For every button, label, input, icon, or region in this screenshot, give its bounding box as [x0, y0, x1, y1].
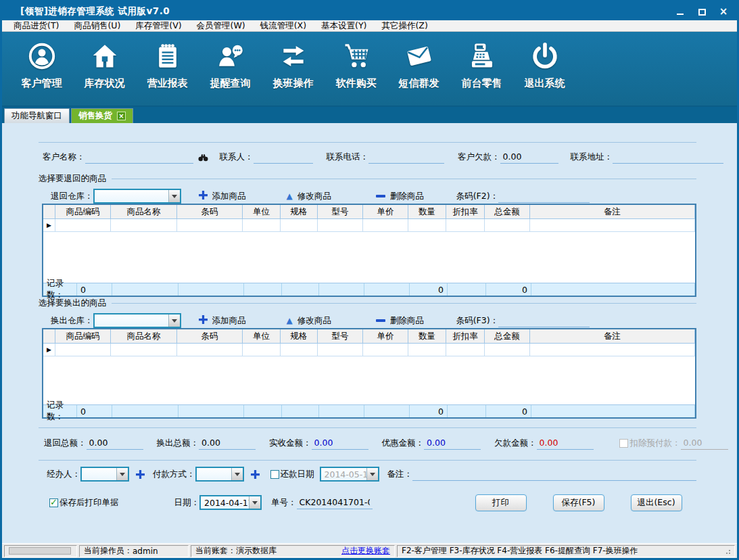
- exit-icon: [530, 41, 560, 73]
- return-add-product-button[interactable]: 添加商品: [199, 191, 246, 202]
- exchange-delete-product-button[interactable]: 删除商品: [376, 315, 424, 327]
- menu-item-inventory[interactable]: 库存管理(V): [128, 20, 189, 32]
- discount-amount-input[interactable]: [424, 437, 481, 450]
- col-product-name[interactable]: 商品名称: [111, 329, 177, 343]
- customer-debt-value: [500, 151, 558, 164]
- table-row[interactable]: ▶: [43, 344, 695, 356]
- menu-item-sales[interactable]: 商品销售(U): [66, 20, 128, 32]
- col-barcode[interactable]: 条码: [177, 205, 243, 218]
- col-discount-rate[interactable]: 折扣率: [446, 329, 485, 343]
- inventory-icon: [90, 41, 120, 73]
- toolbar-pos-retail[interactable]: 前台零售: [450, 32, 513, 106]
- col-unit[interactable]: 单位: [243, 329, 281, 343]
- exchange-modify-product-button[interactable]: ▲ 修改商品: [287, 315, 331, 327]
- customer-name-input[interactable]: [85, 151, 193, 164]
- menu-item-members[interactable]: 会员管理(W): [189, 20, 253, 32]
- toolbar-reminder-query[interactable]: 提醒查询: [199, 32, 262, 106]
- toolbar-sms-broadcast[interactable]: 短信群发: [387, 32, 450, 106]
- tab-sales-exchange[interactable]: 销售换货 ×: [71, 108, 133, 123]
- return-warehouse-select[interactable]: [93, 189, 181, 204]
- col-total-amount[interactable]: 总金额: [485, 205, 530, 218]
- order-no-value: [297, 496, 373, 509]
- add-pay-method-button[interactable]: [251, 470, 260, 479]
- col-model[interactable]: 型号: [318, 329, 363, 343]
- menu-item-purchase[interactable]: 商品进货(T): [6, 20, 66, 32]
- return-delete-product-button[interactable]: 删除商品: [376, 191, 424, 202]
- change-account-link[interactable]: 点击更换账套: [341, 545, 390, 557]
- toolbar-customer-management[interactable]: 客户管理: [10, 32, 73, 106]
- col-quantity[interactable]: 数量: [408, 205, 446, 218]
- col-unit-price[interactable]: 单价: [363, 205, 408, 218]
- contact-input[interactable]: [254, 151, 313, 164]
- chevron-down-icon[interactable]: [249, 496, 260, 509]
- col-unit-price[interactable]: 单价: [363, 329, 408, 343]
- menu-item-cashflow[interactable]: 钱流管理(X): [253, 20, 314, 32]
- chevron-down-icon[interactable]: [168, 190, 180, 202]
- chevron-down-icon[interactable]: [168, 314, 180, 327]
- exchange-add-product-button[interactable]: 添加商品: [199, 315, 246, 327]
- maximize-icon[interactable]: [696, 6, 707, 17]
- chevron-down-icon[interactable]: [116, 468, 128, 480]
- title-bar: [领智]进销存管理系统 试用版v7.0 ×: [2, 2, 737, 20]
- tab-close-icon[interactable]: ×: [117, 112, 126, 120]
- repay-date-select[interactable]: 2014-05-17: [320, 467, 379, 482]
- window-controls: ×: [675, 6, 737, 17]
- status-operator-panel: 当前操作员： admin: [79, 545, 189, 557]
- operator-select[interactable]: [80, 467, 129, 482]
- chevron-down-icon[interactable]: [366, 468, 378, 480]
- remark-input[interactable]: [412, 468, 696, 481]
- col-product-code[interactable]: 商品编码: [55, 205, 111, 218]
- save-button[interactable]: 保存(F5): [553, 494, 604, 511]
- repay-date-checkbox[interactable]: [270, 470, 279, 479]
- date-select[interactable]: 2014-04-17: [199, 495, 262, 510]
- col-unit[interactable]: 单位: [243, 205, 281, 218]
- discount-amount-label: 优惠金额：: [382, 438, 425, 449]
- return-total-label: 退回总额：: [44, 438, 87, 449]
- exchange-products-grid: 商品编码 商品名称 条码 单位 规格 型号 单价 数量 折扣率 总金额 备注 ▶: [42, 328, 696, 419]
- add-operator-button[interactable]: [136, 470, 145, 479]
- toolbar-software-purchase[interactable]: 软件购买: [325, 32, 387, 106]
- close-icon[interactable]: ×: [718, 6, 729, 17]
- binoculars-icon[interactable]: [197, 151, 209, 163]
- exit-button[interactable]: 退出(Esc): [631, 494, 682, 511]
- resize-grip[interactable]: [725, 549, 730, 554]
- col-quantity[interactable]: 数量: [408, 329, 446, 343]
- quantity-total: 0: [410, 405, 448, 417]
- table-row[interactable]: ▶: [43, 219, 695, 232]
- pay-method-select[interactable]: [195, 467, 244, 482]
- print-after-save-checkbox[interactable]: [49, 498, 58, 507]
- received-amount-input[interactable]: [312, 437, 368, 450]
- exchange-warehouse-select[interactable]: [93, 313, 181, 328]
- print-button[interactable]: 打印: [475, 494, 527, 511]
- minimize-icon[interactable]: [675, 6, 686, 17]
- col-product-code[interactable]: 商品编码: [55, 329, 111, 343]
- toolbar-business-report[interactable]: 营业报表: [136, 32, 199, 106]
- col-barcode[interactable]: 条码: [177, 329, 243, 343]
- exchange-barcode-input[interactable]: [498, 314, 590, 327]
- menu-item-other[interactable]: 其它操作(Z): [374, 20, 435, 32]
- chevron-down-icon[interactable]: [231, 468, 243, 480]
- col-model[interactable]: 型号: [318, 205, 363, 218]
- customer-row: 客户名称： 联系人： 联系电话： 客户欠款： 联系地址：: [39, 149, 696, 165]
- col-spec[interactable]: 规格: [281, 329, 318, 343]
- toolbar-exit-system[interactable]: 退出系统: [513, 32, 576, 106]
- col-total-amount[interactable]: 总金额: [485, 329, 530, 343]
- col-spec[interactable]: 规格: [281, 205, 318, 218]
- col-discount-rate[interactable]: 折扣率: [446, 205, 485, 218]
- toolbar-shift-operation[interactable]: 换班操作: [262, 32, 325, 106]
- menu-item-settings[interactable]: 基本设置(Y): [314, 20, 374, 32]
- toolbar-inventory-status[interactable]: 库存状况: [73, 32, 136, 106]
- return-barcode-input[interactable]: [498, 190, 590, 203]
- phone-input[interactable]: [368, 151, 444, 164]
- col-remark[interactable]: 备注: [530, 329, 695, 343]
- exchange-warehouse-label: 换出仓库：: [51, 315, 93, 327]
- tab-navigation[interactable]: 功能导航窗口: [4, 108, 70, 123]
- deduct-prepay-checkbox[interactable]: [619, 439, 628, 448]
- return-modify-product-button[interactable]: ▲ 修改商品: [287, 191, 331, 202]
- address-input[interactable]: [613, 151, 723, 164]
- col-remark[interactable]: 备注: [530, 205, 695, 218]
- record-count-value: 0: [77, 283, 112, 296]
- operator-label: 当前操作员：: [84, 545, 133, 557]
- minus-icon: [376, 195, 385, 197]
- col-product-name[interactable]: 商品名称: [111, 205, 177, 218]
